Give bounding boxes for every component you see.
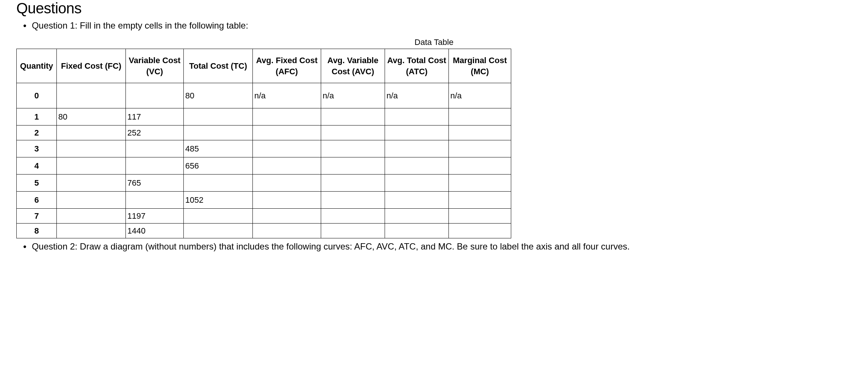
cell-avc — [321, 108, 385, 126]
header-vc: Variable Cost (VC) — [126, 49, 184, 83]
table-row: 0 80 n/a n/a n/a n/a — [17, 83, 511, 108]
cell-qty: 4 — [17, 157, 57, 175]
table-row: 1 80 117 — [17, 108, 511, 126]
cell-fc — [57, 140, 126, 157]
cell-avc: n/a — [321, 83, 385, 108]
cell-fc — [57, 126, 126, 140]
table-row: 2 252 — [17, 126, 511, 140]
header-tc: Total Cost (TC) — [184, 49, 253, 83]
cell-tc — [184, 108, 253, 126]
table-row: 7 1197 — [17, 209, 511, 224]
cell-atc — [385, 192, 449, 209]
cell-mc — [449, 224, 511, 238]
data-table-wrapper: Data Table Quantity Fixed Cost (FC) Vari… — [16, 38, 852, 238]
cell-vc: 765 — [126, 175, 184, 192]
cell-tc: 1052 — [184, 192, 253, 209]
cell-fc — [57, 192, 126, 209]
question-1: ● Question 1: Fill in the empty cells in… — [23, 20, 852, 31]
cell-tc: 656 — [184, 157, 253, 175]
cost-table: Quantity Fixed Cost (FC) Variable Cost (… — [16, 49, 511, 238]
bullet-icon: ● — [23, 22, 27, 29]
cell-tc: 80 — [184, 83, 253, 108]
cell-avc — [321, 157, 385, 175]
cell-afc: n/a — [253, 83, 321, 108]
cell-vc: 1197 — [126, 209, 184, 224]
header-fc: Fixed Cost (FC) — [57, 49, 126, 83]
cell-atc — [385, 108, 449, 126]
cell-avc — [321, 126, 385, 140]
cell-afc — [253, 140, 321, 157]
cell-fc — [57, 209, 126, 224]
cell-vc — [126, 83, 184, 108]
cell-avc — [321, 192, 385, 209]
cell-atc — [385, 126, 449, 140]
cell-afc — [253, 157, 321, 175]
question-1-text: Question 1: Fill in the empty cells in t… — [32, 20, 248, 31]
question-2: ● Question 2: Draw a diagram (without nu… — [23, 241, 852, 252]
header-mc: Marginal Cost (MC) — [449, 49, 511, 83]
cell-avc — [321, 209, 385, 224]
cell-atc — [385, 224, 449, 238]
cell-tc: 485 — [184, 140, 253, 157]
cell-fc: 80 — [57, 108, 126, 126]
cell-qty: 5 — [17, 175, 57, 192]
table-body: 0 80 n/a n/a n/a n/a 1 80 117 — [17, 83, 511, 238]
cell-vc — [126, 157, 184, 175]
cell-fc — [57, 224, 126, 238]
cell-mc — [449, 192, 511, 209]
header-afc: Avg. Fixed Cost (AFC) — [253, 49, 321, 83]
cell-atc — [385, 157, 449, 175]
cell-atc — [385, 140, 449, 157]
cell-mc — [449, 108, 511, 126]
cell-mc — [449, 157, 511, 175]
cell-tc — [184, 209, 253, 224]
cell-tc — [184, 224, 253, 238]
table-row: 6 1052 — [17, 192, 511, 209]
cell-avc — [321, 140, 385, 157]
cell-tc — [184, 126, 253, 140]
cell-vc: 117 — [126, 108, 184, 126]
table-caption: Data Table — [16, 38, 852, 47]
bullet-icon: ● — [23, 243, 27, 250]
header-avc: Avg. Variable Cost (AVC) — [321, 49, 385, 83]
table-row: 8 1440 — [17, 224, 511, 238]
cell-afc — [253, 175, 321, 192]
header-atc: Avg. Total Cost (ATC) — [385, 49, 449, 83]
cell-qty: 0 — [17, 83, 57, 108]
cell-afc — [253, 126, 321, 140]
cell-qty: 6 — [17, 192, 57, 209]
cell-mc — [449, 126, 511, 140]
cell-vc: 1440 — [126, 224, 184, 238]
cell-vc — [126, 140, 184, 157]
cell-avc — [321, 224, 385, 238]
cell-qty: 3 — [17, 140, 57, 157]
page-heading: Questions — [16, 0, 852, 17]
table-header-row: Quantity Fixed Cost (FC) Variable Cost (… — [17, 49, 511, 83]
cell-mc — [449, 175, 511, 192]
cell-avc — [321, 175, 385, 192]
cell-tc — [184, 175, 253, 192]
cell-atc: n/a — [385, 83, 449, 108]
cell-mc: n/a — [449, 83, 511, 108]
cell-afc — [253, 192, 321, 209]
cell-qty: 1 — [17, 108, 57, 126]
question-2-text: Question 2: Draw a diagram (without numb… — [32, 241, 630, 252]
cell-atc — [385, 209, 449, 224]
cell-fc — [57, 157, 126, 175]
cell-qty: 7 — [17, 209, 57, 224]
cell-mc — [449, 140, 511, 157]
table-row: 4 656 — [17, 157, 511, 175]
cell-mc — [449, 209, 511, 224]
cell-qty: 2 — [17, 126, 57, 140]
cell-fc — [57, 175, 126, 192]
cell-afc — [253, 108, 321, 126]
table-row: 5 765 — [17, 175, 511, 192]
cell-fc — [57, 83, 126, 108]
cell-afc — [253, 224, 321, 238]
cell-vc: 252 — [126, 126, 184, 140]
header-quantity: Quantity — [17, 49, 57, 83]
cell-qty: 8 — [17, 224, 57, 238]
cell-vc — [126, 192, 184, 209]
cell-atc — [385, 175, 449, 192]
table-row: 3 485 — [17, 140, 511, 157]
